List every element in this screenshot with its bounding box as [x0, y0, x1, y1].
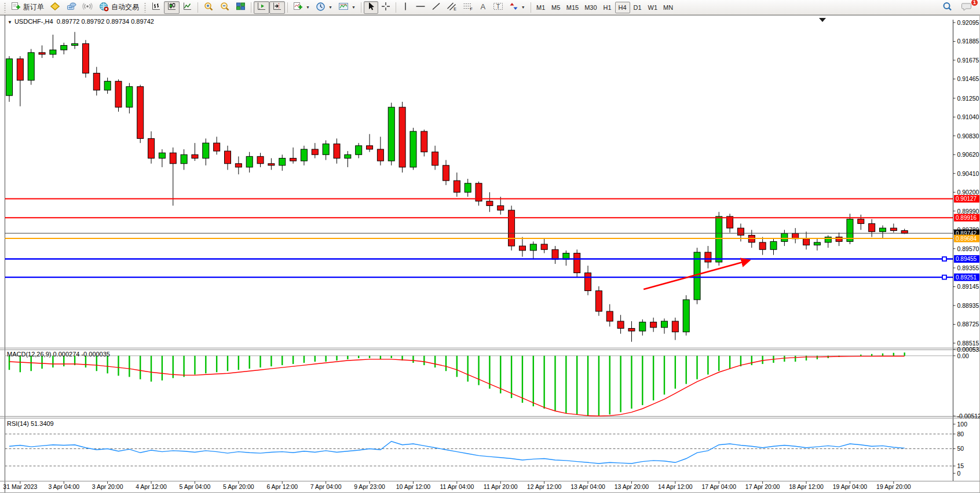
timeframe-w1-button[interactable]: W1 [645, 2, 661, 13]
notifications-button[interactable]: 1 [959, 1, 975, 14]
candle [345, 154, 351, 158]
candle [836, 237, 842, 242]
svg-text:19 Apr 04:00: 19 Apr 04:00 [833, 483, 868, 490]
gold-button[interactable] [47, 1, 63, 14]
periods-button[interactable]: ▼ [313, 1, 335, 14]
autotrading-button[interactable]: 自动交易 [96, 1, 142, 14]
svg-text:18 Apr 12:00: 18 Apr 12:00 [789, 483, 824, 490]
chevron-down-icon: ▼ [352, 5, 356, 9]
candle [454, 181, 460, 192]
text-label-icon: T [493, 2, 503, 13]
svg-text:4 Apr 12:00: 4 Apr 12:00 [136, 483, 167, 490]
chart-ohlc-header: ▼USDCHF-,H4 0.89772 0.89792 0.89734 0.89… [8, 18, 154, 25]
candle [50, 50, 56, 54]
candle [606, 311, 613, 321]
tile-windows-icon [236, 2, 246, 13]
zoom-in-icon [203, 2, 214, 13]
candle [93, 73, 100, 90]
line-handle [942, 257, 946, 261]
toolbar-separator [361, 2, 361, 13]
zoom-out-icon [220, 2, 230, 13]
virtual-hosting-icon [66, 2, 76, 13]
time-axis[interactable]: 31 Mar 20233 Apr 04:003 Apr 20:004 Apr 1… [3, 481, 910, 490]
timeframe-h1-button[interactable]: H1 [600, 2, 615, 13]
chevron-down-icon: ▼ [306, 5, 310, 9]
svg-text:31 Mar 2023: 31 Mar 2023 [3, 483, 37, 490]
line-chart-button[interactable] [180, 1, 195, 14]
candle [487, 201, 493, 206]
svg-text:0.92095: 0.92095 [957, 19, 979, 26]
timeframe-m15-button[interactable]: M15 [564, 2, 582, 13]
symbol-dropdown-icon[interactable]: ▼ [8, 20, 12, 25]
candle [530, 244, 536, 251]
candle [716, 216, 722, 262]
candle [203, 143, 209, 158]
arrows-button[interactable]: ▼ [506, 1, 528, 14]
svg-text:0: 0 [957, 470, 961, 477]
svg-text:0.00: 0.00 [957, 352, 970, 359]
timeframe-h4-button[interactable]: H4 [615, 2, 630, 13]
svg-text:11 Apr 20:00: 11 Apr 20:00 [484, 483, 518, 490]
vertical-line-icon [402, 2, 409, 13]
text-label-button[interactable]: T [490, 1, 506, 14]
autotrading-label: 自动交易 [111, 2, 139, 12]
fibonacci-button[interactable]: F [460, 1, 476, 14]
candle [126, 87, 133, 108]
auto-scroll-button[interactable] [254, 1, 269, 14]
svg-text:100: 100 [957, 421, 968, 428]
templates-button[interactable]: ▼ [335, 1, 359, 14]
svg-text:0.89916: 0.89916 [956, 215, 977, 221]
tile-windows-button[interactable] [233, 1, 248, 14]
candle [290, 158, 297, 161]
bar-chart-icon [151, 2, 161, 13]
candle [312, 149, 318, 154]
candle [388, 107, 394, 161]
timeframe-mn-button[interactable]: MN [660, 2, 676, 13]
candle [869, 223, 875, 231]
svg-text:0.89145: 0.89145 [957, 283, 979, 290]
candle [890, 228, 897, 230]
candle [6, 59, 13, 95]
candle [683, 300, 689, 332]
zoom-out-button[interactable] [217, 1, 233, 14]
timeframe-m5-button[interactable]: M5 [548, 2, 564, 13]
candle [519, 246, 525, 251]
candle [268, 164, 275, 165]
candle [737, 228, 744, 235]
text-button[interactable]: A [476, 1, 490, 14]
timeframe-d1-button[interactable]: D1 [630, 2, 645, 13]
auto-scroll-icon [257, 2, 266, 13]
bar-chart-button[interactable] [148, 1, 164, 14]
trendline-button[interactable] [429, 1, 444, 14]
candle [356, 146, 362, 154]
search-button[interactable] [939, 1, 955, 14]
candlestick-chart-button[interactable] [164, 1, 180, 14]
vertical-line-button[interactable] [398, 1, 412, 14]
signals-button[interactable] [79, 1, 96, 14]
candle [465, 183, 471, 192]
timeframe-m1-button[interactable]: M1 [533, 2, 548, 13]
virtual-hosting-button[interactable] [63, 1, 79, 14]
macd-indicator-label: MACD(12,26,9) 0.000274 -0.000035 [7, 351, 110, 358]
equidistant-channel-button[interactable]: E [444, 1, 460, 14]
templates-icon [338, 2, 349, 13]
new-order-button[interactable]: 新订单 [8, 1, 47, 14]
candle [235, 164, 242, 167]
horizontal-line-button[interactable] [412, 1, 429, 14]
rsi-name: RSI(14) [7, 420, 29, 427]
candle [574, 253, 580, 273]
chart-window: 0.920950.918850.916750.914650.912500.910… [0, 15, 980, 493]
timeframe-m30-button[interactable]: M30 [582, 2, 599, 13]
crosshair-button[interactable] [378, 1, 393, 14]
chart-shift-icon [272, 2, 282, 13]
zoom-in-button[interactable] [200, 1, 217, 14]
toolbar-grip [144, 2, 146, 13]
chart-shift-button[interactable] [269, 1, 285, 14]
candle [759, 242, 766, 249]
indicators-button[interactable]: ▼ [290, 1, 313, 14]
svg-text:0.89251: 0.89251 [956, 274, 977, 281]
candle [225, 151, 231, 164]
cursor-button[interactable] [364, 1, 378, 14]
svg-text:T: T [496, 3, 500, 10]
chart-canvas[interactable]: 0.920950.918850.916750.914650.912500.910… [0, 15, 980, 493]
